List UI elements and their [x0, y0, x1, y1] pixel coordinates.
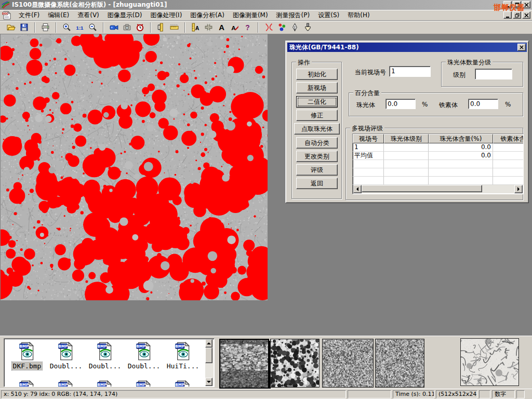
- op-button-7[interactable]: 评级: [296, 164, 338, 176]
- svg-text:BMP: BMP: [97, 382, 107, 387]
- multifield-table[interactable]: 视场号珠光体级别珠光体含量(%)铁素体含量(%) 10.0平均值0.0: [352, 134, 524, 194]
- table-hscrollbar[interactable]: [353, 185, 523, 193]
- zoom-in-icon[interactable]: [60, 22, 73, 33]
- file-item-row2-3[interactable]: BMP: [125, 380, 163, 387]
- op-button-1[interactable]: 新视场: [296, 82, 338, 94]
- thumb-5[interactable]: [460, 338, 519, 386]
- file-item-0[interactable]: BMPDKF.bmp: [8, 342, 46, 370]
- curve-tool-icon[interactable]: [262, 22, 275, 33]
- toolbar-separator: [184, 22, 185, 33]
- svg-text:BMP: BMP: [19, 344, 29, 349]
- op-button-5[interactable]: 自动分类: [296, 137, 338, 149]
- file-item-4[interactable]: BMPHuiTi...: [164, 342, 202, 370]
- level-input[interactable]: [475, 69, 512, 79]
- table-header-3[interactable]: 铁素体含量(%): [493, 134, 524, 143]
- ruler-icon[interactable]: [168, 22, 181, 33]
- table-row-1[interactable]: 平均值0.0: [353, 152, 523, 160]
- child-minimize-button[interactable]: [503, 11, 512, 19]
- file-item-row2-1[interactable]: BMP: [47, 380, 85, 387]
- video-camera-icon[interactable]: [108, 22, 121, 33]
- op-button-3[interactable]: 修正: [296, 110, 338, 121]
- brush-tool-icon[interactable]: [301, 22, 314, 33]
- menu-item-2[interactable]: 查看(V): [73, 10, 103, 21]
- dialog-title-bar[interactable]: 珠光体(GB/T9441-88): [287, 43, 527, 52]
- table-row-2[interactable]: [353, 160, 523, 168]
- menu-item-5[interactable]: 图像分析(A): [186, 10, 229, 21]
- menu-item-4[interactable]: 图像处理(I): [146, 10, 186, 21]
- open-icon[interactable]: [5, 22, 18, 33]
- table-row-4[interactable]: [353, 177, 523, 185]
- micrograph-image[interactable]: [1, 34, 268, 300]
- table-header-2[interactable]: 珠光体含量(%): [429, 134, 493, 143]
- camera-icon[interactable]: [121, 22, 134, 33]
- table-cell: [493, 177, 524, 185]
- thumb-2[interactable]: [270, 339, 320, 388]
- op-button-8[interactable]: 返回: [296, 178, 338, 189]
- help-icon[interactable]: ?: [241, 22, 254, 33]
- scroll-right-button[interactable]: [514, 185, 523, 193]
- thumb-4[interactable]: [375, 339, 424, 388]
- table-cell: [493, 143, 524, 152]
- child-close-button[interactable]: [522, 11, 530, 19]
- toolbar: 1:1AAA?: [0, 21, 532, 34]
- points-tool-icon[interactable]: [275, 22, 288, 33]
- hscroll-thumb[interactable]: [362, 185, 482, 192]
- status-bar: x: 510 y: 79 idx: 0 RGB: (174, 174, 174)…: [0, 389, 532, 399]
- thumb-1[interactable]: [219, 339, 269, 389]
- ferrite-input[interactable]: 0.0: [468, 99, 498, 109]
- vscroll-thumb[interactable]: [205, 348, 212, 363]
- dialog-close-button[interactable]: [517, 44, 526, 51]
- pearlite-input[interactable]: 0.0: [385, 99, 416, 109]
- actual-size-icon[interactable]: 1:1: [73, 22, 86, 33]
- thumb-3[interactable]: [322, 339, 374, 388]
- grid-cross-icon[interactable]: [202, 22, 215, 33]
- status-panel-4: [479, 390, 490, 398]
- file-item-3[interactable]: BMPDoubl...: [125, 342, 163, 370]
- scroll-down-button[interactable]: [205, 378, 212, 386]
- file-browser[interactable]: BMPDKF.bmpBMPDoubl...BMPDoubl...BMPDoubl…: [4, 338, 215, 387]
- file-item-row2-4[interactable]: BMP: [164, 380, 202, 387]
- zoom-out-icon[interactable]: [86, 22, 99, 33]
- menu-item-0[interactable]: 文件(F): [15, 10, 44, 21]
- current-field-input[interactable]: 1: [389, 66, 431, 77]
- document-system-menu-icon[interactable]: DOC: [2, 11, 11, 20]
- file-vscrollbar[interactable]: [205, 339, 214, 386]
- status-panel-6: [516, 390, 525, 398]
- menu-item-7[interactable]: 测量报告(P): [272, 10, 314, 21]
- toolbar-group-0: [2, 22, 33, 33]
- table-header-0[interactable]: 视场号: [353, 134, 384, 143]
- table-cell: [353, 177, 384, 185]
- svg-text:BMP: BMP: [58, 344, 68, 349]
- file-item-row2-2[interactable]: BMP: [86, 380, 124, 387]
- op-button-0[interactable]: 初始化: [296, 69, 338, 80]
- table-cell: [384, 143, 429, 152]
- child-restore-button[interactable]: [513, 11, 521, 19]
- print-icon[interactable]: [39, 22, 52, 33]
- file-item-row2-0[interactable]: BMP: [8, 380, 46, 387]
- table-cell: 平均值: [353, 152, 384, 160]
- op-button-2[interactable]: 二值化: [296, 96, 338, 108]
- file-item-2[interactable]: BMPDoubl...: [86, 342, 124, 370]
- annotate-icon[interactable]: A: [228, 22, 241, 33]
- measure-text-icon[interactable]: A: [189, 22, 202, 33]
- menu-item-9[interactable]: 帮助(H): [343, 10, 374, 21]
- timer-icon[interactable]: [134, 22, 147, 33]
- table-header-1[interactable]: 珠光体级别: [384, 134, 429, 143]
- scroll-left-button[interactable]: [353, 185, 362, 193]
- op-button-6[interactable]: 更改类别: [296, 151, 338, 162]
- toolbar-separator: [258, 22, 259, 33]
- table-row-3[interactable]: [353, 168, 523, 177]
- current-field-label: 当前视场号: [355, 68, 386, 77]
- table-row-0[interactable]: 10.0: [353, 143, 523, 152]
- menu-item-1[interactable]: 编辑(E): [44, 10, 73, 21]
- scroll-up-button[interactable]: [205, 339, 212, 348]
- pen-tool-icon[interactable]: [288, 22, 301, 33]
- menu-item-3[interactable]: 图像显示(D): [103, 10, 147, 21]
- op-button-4[interactable]: 点取珠光体: [294, 123, 340, 135]
- menu-item-6[interactable]: 图像测量(M): [229, 10, 272, 21]
- file-item-1[interactable]: BMPDoubl...: [47, 342, 85, 370]
- save-icon[interactable]: [18, 22, 31, 33]
- caliper-icon[interactable]: [155, 22, 168, 33]
- text-icon[interactable]: A: [215, 22, 228, 33]
- menu-item-8[interactable]: 设置(S): [314, 10, 343, 21]
